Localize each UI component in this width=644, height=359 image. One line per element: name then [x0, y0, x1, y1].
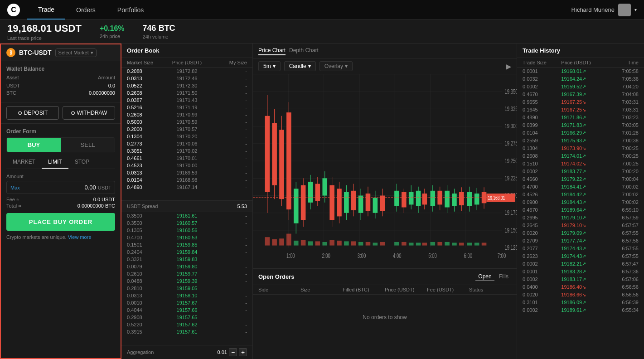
svg-rect-114	[422, 243, 427, 245]
oo-col-fee: Fee (USDT)	[427, 287, 469, 292]
aggregation-increase[interactable]: +	[239, 348, 247, 356]
trade-history-columns: Trade Size Price (USDT) Time	[517, 58, 644, 68]
th-size: 0.0002	[523, 277, 561, 282]
fee-row: Fee ≈ 0.0 USDT	[6, 197, 115, 202]
svg-rect-95	[279, 238, 284, 245]
th-col-price: Price (USDT)	[561, 60, 600, 65]
th-size: 0.0399	[523, 122, 561, 128]
trade-history-row: 0.0399 19171.83↗ 7:03:05	[517, 121, 644, 129]
ob-sell-price: 19171.50	[167, 90, 207, 96]
ob-buy-size: 0.4700	[127, 235, 167, 240]
order-book-sell-row: 0.4890 19167.14 -	[121, 184, 252, 191]
th-price: 19182.21↗	[561, 261, 600, 267]
withdraw-icon: ⊙	[71, 110, 75, 116]
ob-buy-price: 19157.66	[167, 307, 207, 313]
logo: C	[0, 4, 27, 16]
stop-tab[interactable]: STOP	[68, 156, 96, 169]
amount-input[interactable]	[20, 184, 96, 191]
th-size: 0.0032	[523, 76, 561, 82]
nav-orders[interactable]: Orders	[65, 0, 107, 19]
chart-toolbar: 5m ▾ Candle ▾ Overlay ▾ ▶	[253, 58, 517, 74]
chart-nav-arrow[interactable]: ▶	[506, 62, 511, 71]
th-time: 6:57:47	[600, 261, 639, 267]
candle-chart-svg: 19,350 19,325 19,300 19,275 19,250 19,22…	[253, 74, 517, 268]
ob-sell-size: 0.5000	[127, 119, 167, 125]
order-book-buy-row: 0.0488 19159.39 -	[121, 277, 252, 285]
open-orders-title: Open Orders	[258, 273, 294, 280]
ob-buy-price: 19160.56	[167, 228, 207, 233]
th-time: 6:57:36	[600, 269, 639, 275]
ob-buy-price: 19160.57	[167, 220, 207, 226]
svg-rect-107	[366, 242, 371, 246]
nav-portfolios[interactable]: Portfolios	[107, 0, 155, 19]
ob-buy-my-size: -	[207, 220, 247, 226]
place-order-button[interactable]: PLACE BUY ORDER	[6, 213, 115, 231]
svg-rect-48	[315, 184, 320, 201]
svg-rect-116	[437, 242, 442, 246]
th-price: 19175.93↗	[561, 138, 600, 144]
th-time: 7:00:02	[600, 184, 639, 190]
open-tab[interactable]: Open	[475, 272, 494, 281]
timeframe-selector[interactable]: 5m ▾	[258, 61, 281, 71]
trade-history-row: 0.0020 19179.09↗ 6:57:55	[517, 229, 644, 237]
svg-text:6:00: 6:00	[464, 252, 473, 259]
th-size: 0.2709	[523, 238, 561, 244]
view-more-link[interactable]: View more	[68, 234, 92, 240]
order-book-sell-row: 0.0104 19168.98 -	[121, 176, 252, 184]
oo-col-filled: Filled (BTC)	[343, 287, 385, 292]
th-price: 19184.41↗	[561, 184, 600, 190]
order-form-section: Order Form BUY SELL MARKET LIMIT STOP Am…	[1, 124, 121, 358]
order-book-buy-row: 0.2610 19159.77 -	[121, 270, 252, 277]
th-price: 19183.17↗	[561, 277, 600, 282]
select-market-button[interactable]: Select Market ▾	[55, 49, 97, 57]
ob-buy-price: 19159.83	[167, 257, 207, 262]
ob-sell-my-size: -	[207, 83, 247, 88]
buy-tab[interactable]: BUY	[7, 138, 61, 152]
market-tab[interactable]: MARKET	[6, 156, 42, 169]
ticker-change-item: +0.16% 24h price	[100, 24, 125, 39]
wallet-asset-btc: BTC	[6, 90, 16, 96]
price-chart-tab[interactable]: Price Chart	[258, 46, 286, 55]
th-time: 7:00:25	[600, 146, 639, 151]
fills-tab[interactable]: Fills	[496, 272, 511, 281]
th-size: 0.4890	[523, 115, 561, 121]
oo-col-side: Side	[258, 287, 300, 292]
withdraw-label: WITHDRAW	[77, 110, 107, 116]
order-book-buy-row: 0.0010 19157.67 -	[121, 299, 252, 306]
ob-sell-my-size: -	[207, 148, 247, 154]
depth-chart-tab[interactable]: Depth Chart	[289, 46, 319, 55]
trade-history-row: 0.1304 19173.90↘ 7:00:25	[517, 145, 644, 152]
ob-buy-size: 0.3321	[127, 257, 167, 262]
limit-tab[interactable]: LIMIT	[42, 156, 68, 169]
chart-type-selector[interactable]: Candle ▾	[284, 61, 316, 71]
overlay-selector[interactable]: Overlay ▾	[320, 61, 353, 71]
user-avatar	[618, 4, 631, 16]
sell-tab[interactable]: SELL	[61, 138, 115, 152]
svg-rect-106	[358, 242, 363, 246]
chart-view-tabs: Price Chart Depth Chart	[258, 46, 319, 55]
svg-rect-113	[416, 243, 421, 245]
aggregation-decrease[interactable]: −	[229, 348, 237, 356]
th-time: 7:00:25	[600, 153, 639, 159]
ob-sell-price: 19171.19	[167, 105, 207, 110]
deposit-button[interactable]: ⊙ DEPOSIT	[6, 106, 59, 120]
svg-rect-0	[253, 74, 517, 268]
withdraw-button[interactable]: ⊙ WITHDRAW	[63, 106, 115, 120]
nav-trade[interactable]: Trade	[27, 0, 65, 19]
user-info[interactable]: Richard Munene ▾	[571, 4, 637, 16]
ob-buy-size: 0.1501	[127, 242, 167, 247]
open-orders-tabs: Open Fills	[475, 272, 511, 281]
max-link[interactable]: Max	[10, 185, 20, 190]
svg-text:19,300: 19,300	[505, 122, 517, 130]
trade-history-row: 0.4890 19171.86↗ 7:03:23	[517, 114, 644, 121]
ob-buy-price: 19159.85	[167, 242, 207, 247]
ob-sell-price: 19167.14	[167, 184, 207, 190]
trade-history-rows: 0.0001 19168.01↗ 7:05:58 0.0032 19164.24…	[517, 68, 644, 359]
ob-buy-my-size: -	[207, 329, 247, 335]
th-size: 0.0002	[523, 84, 561, 90]
svg-rect-119	[459, 243, 464, 245]
order-book-sell-row: 0.2000 19170.57 -	[121, 126, 252, 133]
wallet-asset-usdt: USDT	[6, 83, 20, 88]
svg-rect-108	[373, 243, 378, 245]
svg-text:19,350: 19,350	[505, 88, 517, 95]
